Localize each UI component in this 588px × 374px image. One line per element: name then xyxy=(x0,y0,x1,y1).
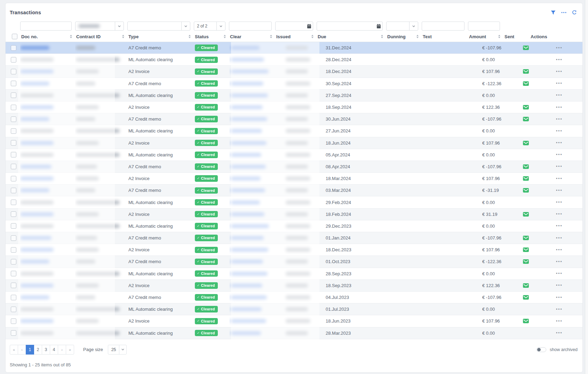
row-checkbox[interactable] xyxy=(11,45,16,51)
show-archived-toggle[interactable] xyxy=(537,347,546,352)
table-row[interactable]: A2 Invoice✓Cleared18.Dec.2023€ 107.96••• xyxy=(6,244,582,256)
redacted-doc-no-link[interactable] xyxy=(20,319,54,323)
page-size-select[interactable]: 25 xyxy=(108,345,127,355)
row-checkbox[interactable] xyxy=(11,105,16,110)
row-actions-button[interactable]: ••• xyxy=(556,93,563,97)
calendar-icon-wrap[interactable] xyxy=(377,24,381,30)
row-checkbox[interactable] xyxy=(11,295,16,300)
row-checkbox[interactable] xyxy=(11,92,16,98)
row-checkbox[interactable] xyxy=(11,283,16,288)
column-header-contract_id[interactable]: Contract ID xyxy=(75,31,127,42)
row-actions-button[interactable]: ••• xyxy=(556,260,563,264)
redacted-clear-link[interactable] xyxy=(231,295,267,299)
redacted-clear-link[interactable] xyxy=(231,129,262,133)
row-checkbox[interactable] xyxy=(11,330,16,336)
scrollbar-track[interactable] xyxy=(585,0,588,374)
row-actions-button[interactable]: ••• xyxy=(556,248,563,252)
row-actions-button[interactable]: ••• xyxy=(556,129,563,133)
redacted-clear-link[interactable] xyxy=(231,260,263,263)
row-checkbox[interactable] xyxy=(11,235,16,241)
row-actions-button[interactable]: ••• xyxy=(556,295,563,300)
row-actions-button[interactable]: ••• xyxy=(556,70,563,74)
table-row[interactable]: A7 Credit memo✓Cleared04.Jul.2023€ -107.… xyxy=(6,292,582,303)
table-row[interactable]: A2 Invoice✓Cleared18.Feb.2024€ 31.19••• xyxy=(6,209,582,220)
redacted-clear-link[interactable] xyxy=(231,153,261,157)
redacted-doc-no-link[interactable] xyxy=(20,236,51,240)
row-checkbox[interactable] xyxy=(11,140,16,146)
redacted-clear-link[interactable] xyxy=(231,117,267,121)
table-row[interactable]: A7 Credit memo✓Cleared30.Sep.2024€ -122.… xyxy=(6,78,582,90)
status-filter-select[interactable]: 2 of 2 xyxy=(194,22,225,31)
table-row[interactable]: ML Automatic clearing✓Cleared27.Jun.2024… xyxy=(6,125,582,137)
row-actions-button[interactable]: ••• xyxy=(556,46,563,50)
table-row[interactable]: ML Automatic clearing✓Cleared01.Jul.2023… xyxy=(6,303,582,315)
column-header-doc_no[interactable]: Doc no. xyxy=(20,31,75,42)
table-row[interactable]: ML Automatic clearing✓Cleared28.Dec.2024… xyxy=(6,54,582,66)
redacted-clear-link[interactable] xyxy=(231,82,263,86)
column-header-clear[interactable]: Clear xyxy=(229,31,275,42)
next-page[interactable]: › xyxy=(58,345,66,355)
redacted-clear-link[interactable] xyxy=(231,58,264,62)
row-checkbox[interactable] xyxy=(11,176,16,181)
table-row[interactable]: A2 Invoice✓Cleared18.Dec.2024€ 107.96••• xyxy=(6,66,582,78)
select-all-checkbox[interactable] xyxy=(12,34,17,39)
column-header-status[interactable]: Status xyxy=(194,31,229,42)
redacted-clear-link[interactable] xyxy=(231,188,265,192)
due-filter-input[interactable] xyxy=(317,22,383,31)
row-actions-button[interactable]: ••• xyxy=(556,164,563,169)
table-row[interactable]: A7 Credit memo✓Cleared01.Jan.2024€ -107.… xyxy=(6,232,582,244)
row-actions-button[interactable]: ••• xyxy=(556,307,563,311)
table-row[interactable]: ML Automatic clearing✓Cleared28.Sep.2023… xyxy=(6,268,582,280)
redacted-clear-link[interactable] xyxy=(231,141,267,145)
row-actions-button[interactable]: ••• xyxy=(556,141,563,145)
redacted-clear-link[interactable] xyxy=(231,201,260,204)
row-actions-button[interactable]: ••• xyxy=(556,283,563,287)
redacted-doc-no-link[interactable] xyxy=(20,46,49,50)
doc_no-filter-input[interactable] xyxy=(20,22,72,31)
first-page[interactable]: « xyxy=(10,345,18,355)
redacted-clear-link[interactable] xyxy=(231,284,262,287)
redacted-clear-link[interactable] xyxy=(231,319,266,323)
redacted-clear-link[interactable] xyxy=(231,248,268,252)
row-actions-button[interactable]: ••• xyxy=(556,331,563,335)
dunning-filter-select[interactable] xyxy=(386,22,418,31)
row-actions-button[interactable]: ••• xyxy=(556,81,563,86)
redacted-clear-link[interactable] xyxy=(231,236,264,240)
type-filter-select[interactable] xyxy=(127,22,190,31)
row-checkbox[interactable] xyxy=(11,223,16,229)
row-checkbox[interactable] xyxy=(11,128,16,134)
redacted-doc-no-link[interactable] xyxy=(20,188,49,192)
table-row[interactable]: A2 Invoice✓Cleared18.Sep.2024€ 122.36••• xyxy=(6,101,582,113)
row-actions-button[interactable]: ••• xyxy=(556,200,563,204)
row-checkbox[interactable] xyxy=(11,57,16,63)
contract_id-filter-select[interactable] xyxy=(75,22,124,31)
redacted-clear-link[interactable] xyxy=(231,212,264,216)
row-actions-button[interactable]: ••• xyxy=(556,153,563,157)
redacted-clear-link[interactable] xyxy=(231,272,268,276)
row-checkbox[interactable] xyxy=(11,81,16,86)
table-row[interactable]: ML Automatic clearing✓Cleared05.Apr.2024… xyxy=(6,149,582,161)
page-3[interactable]: 3 xyxy=(42,345,50,355)
redacted-doc-no-link[interactable] xyxy=(20,117,49,121)
row-checkbox[interactable] xyxy=(11,200,16,205)
redacted-doc-no-link[interactable] xyxy=(20,248,54,252)
redacted-clear-link[interactable] xyxy=(231,165,266,169)
column-header-amount[interactable]: Amount xyxy=(468,31,503,42)
refresh-icon[interactable] xyxy=(572,10,577,15)
redacted-clear-link[interactable] xyxy=(231,331,261,335)
row-actions-button[interactable]: ••• xyxy=(556,319,563,323)
row-actions-button[interactable]: ••• xyxy=(556,271,563,276)
calendar-icon-wrap[interactable] xyxy=(307,24,311,30)
row-actions-button[interactable]: ••• xyxy=(556,58,563,62)
redacted-doc-no-link[interactable] xyxy=(20,141,54,145)
row-checkbox[interactable] xyxy=(11,152,16,157)
redacted-clear-link[interactable] xyxy=(231,224,269,228)
table-row[interactable]: A2 Invoice✓Cleared18.Sep.2023€ 122.36••• xyxy=(6,280,582,292)
page-1[interactable]: 1 xyxy=(26,345,34,355)
text-filter-input[interactable] xyxy=(422,22,464,31)
redacted-clear-link[interactable] xyxy=(231,177,261,180)
table-row[interactable]: ML Automatic clearing✓Cleared29.Dec.2023… xyxy=(6,220,582,232)
row-actions-button[interactable]: ••• xyxy=(556,117,563,121)
column-header-type[interactable]: Type xyxy=(127,31,194,42)
redacted-doc-no-link[interactable] xyxy=(20,212,54,216)
